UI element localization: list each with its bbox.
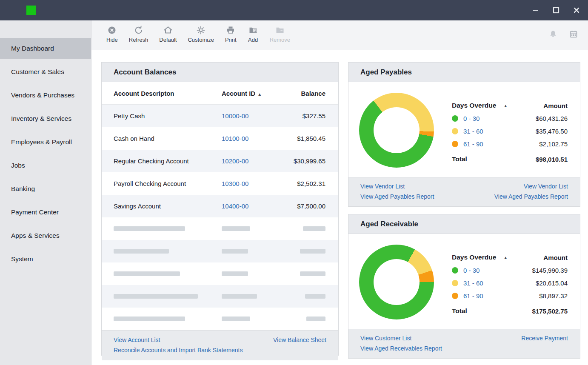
account-row: Savings Account10400-00$7,500.00 <box>102 195 338 217</box>
hide-toolbar-button[interactable]: Hide <box>101 25 123 43</box>
payables-amount-header: Amount <box>543 102 568 109</box>
placeholder-bar <box>306 317 325 321</box>
account-id-link[interactable]: 10000-00 <box>222 112 248 120</box>
placeholder-bar <box>222 294 257 299</box>
aged-payables-links-right: View Vendor ListView Aged Payables Repor… <box>494 181 568 202</box>
receivable-amount-header: Amount <box>543 254 568 261</box>
default-toolbar-button[interactable]: Default <box>154 25 182 43</box>
sidebar-item-apps-services[interactable]: Apps & Services <box>0 225 91 246</box>
account-balances-title: Account Balances <box>102 63 338 82</box>
account-id-link[interactable]: 10100-00 <box>222 135 248 142</box>
aged-receivable-donut-chart[interactable] <box>359 245 434 319</box>
payables-days-overdue-header[interactable]: Days Overdue <box>452 102 496 109</box>
payables-legend-row: 0 - 30$60,431.26 <box>452 112 568 125</box>
placeholder-bar <box>222 317 250 321</box>
payables-legend-row: 31 - 60$35,476.50 <box>452 125 568 137</box>
app-logo <box>26 6 36 15</box>
account-row-placeholder <box>102 217 338 240</box>
sort-ascending-icon: ▲ <box>503 103 508 108</box>
account-balance: $1,850.45 <box>290 135 338 142</box>
aged-payables-legend: Days Overdue▲Amount0 - 30$60,431.2631 - … <box>452 99 568 165</box>
sidebar-item-customer-sales[interactable]: Customer & Sales <box>0 62 91 82</box>
receivable-bucket-link[interactable]: 31 - 60 <box>463 279 483 287</box>
receivable-view-customer-list-link[interactable]: View Customer List <box>360 333 442 343</box>
receivable-bucket-link[interactable]: 61 - 90 <box>463 292 483 299</box>
sidebar-item-my-dashboard[interactable]: My Dashboard <box>0 38 91 59</box>
sidebar-item-banking[interactable]: Banking <box>0 179 91 199</box>
sidebar-item-system[interactable]: System <box>0 249 91 269</box>
maximize-button[interactable] <box>551 5 562 16</box>
placeholder-bar <box>114 317 185 321</box>
sort-ascending-icon: ▲ <box>503 255 508 260</box>
placeholder-bar <box>114 249 169 254</box>
customize-toolbar-button[interactable]: Customize <box>182 25 219 43</box>
payables-view-aged-payables-report-link[interactable]: View Aged Payables Report <box>360 191 434 202</box>
placeholder-bar <box>222 249 248 254</box>
receivable-legend-row: 61 - 90$8,897.32 <box>452 289 568 302</box>
dashboard-content: Account Balances Account Descripton Acco… <box>91 50 588 365</box>
payables-bucket-amount: $60,431.26 <box>536 115 568 122</box>
payables-legend-row: 61 - 90$2,102.75 <box>452 137 568 150</box>
refresh-toolbar-button[interactable]: Refresh <box>123 25 154 43</box>
account-balance: $2,502.31 <box>290 180 338 187</box>
sidebar-item-employees-payroll[interactable]: Employees & Payroll <box>0 132 91 152</box>
receivable-bucket-link[interactable]: 0 - 30 <box>463 267 480 274</box>
account-id-link[interactable]: 10300-00 <box>222 180 248 187</box>
placeholder-bar <box>114 294 198 299</box>
payables-bucket-link[interactable]: 31 - 60 <box>463 128 483 135</box>
placeholder-bar <box>222 271 248 276</box>
receivable-receive-payment-link[interactable]: Receive Payment <box>521 333 568 343</box>
balances-view-balance-sheet-link[interactable]: View Balance Sheet <box>273 335 326 345</box>
bell-button[interactable] <box>548 29 559 40</box>
sidebar-item-jobs[interactable]: Jobs <box>0 155 91 176</box>
account-row-placeholder <box>102 308 338 330</box>
balances-view-account-list-link[interactable]: View Account List <box>114 335 243 345</box>
account-balances-links-left: View Account ListReconcile Accounts and … <box>114 335 243 355</box>
aged-receivable-title: Aged Receivable <box>348 214 580 234</box>
receivable-legend-row: 31 - 60$20,615.04 <box>452 277 568 289</box>
account-id-link[interactable]: 10400-00 <box>222 202 248 210</box>
home-icon <box>163 25 174 36</box>
close-button[interactable] <box>571 5 582 16</box>
bell-icon <box>548 29 559 40</box>
aged-receivable-footer: View Customer ListView Aged Receivables … <box>348 329 580 358</box>
minimize-icon <box>531 5 541 15</box>
account-id-link[interactable]: 10200-00 <box>222 157 248 165</box>
print-toolbar-button[interactable]: Print <box>220 25 242 43</box>
payables-bucket-link[interactable]: 0 - 30 <box>463 115 480 122</box>
account-row-placeholder <box>102 285 338 308</box>
receivable-days-overdue-header[interactable]: Days Overdue <box>452 254 496 261</box>
account-balance: $327.55 <box>290 112 338 120</box>
payables-bucket-link[interactable]: 61 - 90 <box>463 140 483 148</box>
aged-payables-donut-chart[interactable] <box>359 93 434 168</box>
remove-toolbar-label: Remove <box>270 37 290 43</box>
calendar-icon <box>568 29 579 40</box>
maximize-icon <box>551 5 561 15</box>
column-header-account-id[interactable]: Account ID▲ <box>222 90 290 97</box>
sidebar-item-inventory-services[interactable]: Inventory & Services <box>0 108 91 129</box>
receivable-total-row: Total$175,502.75 <box>452 305 568 317</box>
payables-total-amount: $98,010.51 <box>536 156 568 163</box>
column-header-account-description[interactable]: Account Descripton <box>102 90 222 97</box>
payables-view-vendor-list-link[interactable]: View Vendor List <box>360 181 434 191</box>
sidebar-item-vendors-purchases[interactable]: Vendors & Purchases <box>0 85 91 106</box>
account-row: Payroll Checking Account10300-00$2,502.3… <box>102 172 338 195</box>
calendar-button[interactable] <box>568 29 579 40</box>
balances-reconcile-accounts-and-import-bank-statements-link[interactable]: Reconcile Accounts and Import Bank State… <box>114 345 243 355</box>
payables-view-aged-payables-report-link[interactable]: View Aged Payables Report <box>494 191 568 202</box>
payables-bucket-amount: $2,102.75 <box>539 140 568 148</box>
receivable-view-aged-receivables-report-link[interactable]: View Aged Receivables Report <box>360 343 442 354</box>
aged-receivable-panel: Aged Receivable Days Overdue▲Amount0 - 3… <box>348 214 580 359</box>
legend-dot-icon <box>452 267 458 274</box>
add-toolbar-button[interactable]: Add <box>242 25 264 43</box>
column-header-balance[interactable]: Balance <box>290 90 338 97</box>
receivable-bucket-amount: $8,897.32 <box>539 292 568 299</box>
printer-icon <box>225 25 236 36</box>
payables-view-vendor-list-link[interactable]: View Vendor List <box>524 181 568 191</box>
gear-icon <box>195 25 206 36</box>
minimize-button[interactable] <box>530 5 541 16</box>
account-balance: $7,500.00 <box>290 202 338 210</box>
account-description: Payroll Checking Account <box>102 180 222 187</box>
sidebar-item-payment-center[interactable]: Payment Center <box>0 202 91 222</box>
legend-dot-icon <box>452 115 458 122</box>
